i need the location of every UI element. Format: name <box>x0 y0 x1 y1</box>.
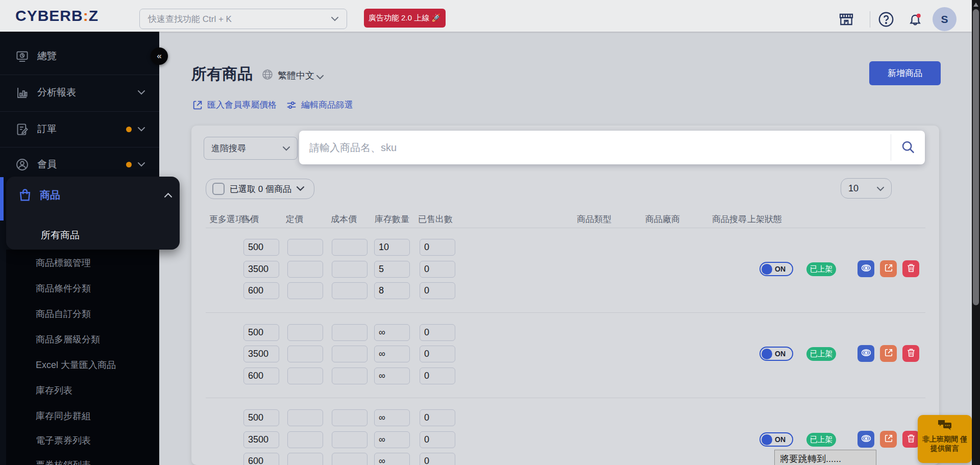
sell-price-input[interactable] <box>243 368 279 384</box>
language-selector[interactable]: 繁體中文 <box>278 69 314 82</box>
cost-price-input[interactable] <box>332 239 368 256</box>
stock-input[interactable] <box>374 239 410 256</box>
sell-price-input[interactable] <box>243 261 279 278</box>
open-product-button[interactable] <box>880 260 897 277</box>
sell-price-input[interactable] <box>243 409 279 426</box>
sidebar-item-all-products-active[interactable]: 所有商品 <box>41 229 80 242</box>
open-product-button[interactable] <box>880 431 897 448</box>
search-button[interactable] <box>891 131 925 164</box>
sidebar-item-members[interactable]: 會員 <box>0 151 159 178</box>
product-search-input[interactable] <box>299 131 891 164</box>
sell-price-input[interactable] <box>243 239 279 256</box>
sell-price-input[interactable] <box>243 282 279 299</box>
list-price-input[interactable] <box>287 409 323 426</box>
bulk-select-control[interactable]: 已選取 0 個商品 <box>206 179 314 199</box>
submenu-item[interactable]: 商品條件分類 <box>36 282 91 295</box>
submenu-item[interactable]: 商品標籤管理 <box>36 257 91 269</box>
sell-price-input[interactable] <box>243 324 279 341</box>
list-price-input[interactable] <box>287 239 323 256</box>
import-member-price-link[interactable]: 匯入會員專屬價格 <box>192 99 277 111</box>
submenu-item[interactable]: 庫存列表 <box>36 384 72 397</box>
product-search-toggle[interactable]: ON <box>760 262 793 276</box>
product-search-toggle[interactable]: ON <box>760 347 793 361</box>
sold-input[interactable] <box>420 409 455 426</box>
scrollbar-up-arrow[interactable] <box>973 3 978 7</box>
stock-input[interactable] <box>374 282 410 299</box>
sidebar-item-label: 商品 <box>40 188 60 202</box>
list-price-input[interactable] <box>287 261 323 278</box>
cost-price-input[interactable] <box>332 368 368 384</box>
cost-price-input[interactable] <box>332 261 368 278</box>
sold-input[interactable] <box>420 346 455 362</box>
delete-button[interactable] <box>902 431 919 448</box>
stock-input[interactable] <box>374 261 410 278</box>
stock-input[interactable] <box>374 324 410 341</box>
sidebar-collapse-button[interactable]: « <box>151 47 168 65</box>
preview-button[interactable] <box>857 260 874 277</box>
stock-input[interactable] <box>374 431 410 448</box>
sold-input[interactable] <box>420 261 455 278</box>
list-price-input[interactable] <box>287 431 323 448</box>
list-price-input[interactable] <box>287 368 323 384</box>
selected-count-label: 已選取 0 個商品 <box>230 183 291 195</box>
quick-search-combobox[interactable]: 快速查找功能 Ctrl + K <box>139 9 347 29</box>
cost-price-input[interactable] <box>332 346 368 362</box>
delete-button[interactable] <box>902 345 919 362</box>
sell-price-input[interactable] <box>243 453 279 465</box>
chevron-down-icon[interactable] <box>316 72 324 82</box>
delete-button[interactable] <box>902 260 919 277</box>
submenu-item[interactable]: 商品自訂分類 <box>36 308 91 320</box>
submenu-item[interactable]: 商品多層級分類 <box>36 333 100 346</box>
add-product-button[interactable]: 新增商品 <box>869 61 941 85</box>
open-product-button[interactable] <box>880 345 897 362</box>
cost-price-input[interactable] <box>332 324 368 341</box>
user-avatar[interactable]: S <box>933 7 957 31</box>
cost-price-input[interactable] <box>332 409 368 426</box>
cost-price-input[interactable] <box>332 431 368 448</box>
list-price-input[interactable] <box>287 453 323 465</box>
toggle-knob <box>762 349 772 359</box>
advanced-search-select[interactable]: 進階搜尋 <box>204 137 298 160</box>
list-price-input[interactable] <box>287 346 323 362</box>
submenu-item[interactable]: 票券核銷列表 <box>36 459 91 465</box>
sidebar-item-analytics[interactable]: 分析報表 <box>0 79 159 106</box>
sold-input[interactable] <box>420 368 455 384</box>
preview-button[interactable] <box>857 345 874 362</box>
sell-price-input[interactable] <box>243 431 279 448</box>
sidebar-item-orders[interactable]: 訂單 <box>0 116 159 142</box>
cost-price-input[interactable] <box>332 453 368 465</box>
stock-input[interactable] <box>374 346 410 362</box>
chat-support-widget[interactable]: 非上班期間 僅提供留言 <box>918 415 972 463</box>
storefront-icon[interactable] <box>837 11 855 28</box>
submenu-item[interactable]: Excel 大量匯入商品 <box>36 359 116 371</box>
sidebar-item-products[interactable]: 商品 <box>6 181 180 209</box>
stock-input[interactable] <box>374 453 410 465</box>
chevron-down-icon <box>331 14 338 24</box>
list-price-input[interactable] <box>287 282 323 299</box>
submenu-item[interactable]: 庫存同步群組 <box>36 410 91 422</box>
sell-price-input[interactable] <box>243 346 279 362</box>
list-price-input[interactable] <box>287 324 323 341</box>
preview-button[interactable] <box>857 431 874 448</box>
sold-input[interactable] <box>420 431 455 448</box>
notifications-bell-icon[interactable] <box>906 11 924 28</box>
stock-input[interactable] <box>374 368 410 384</box>
cost-price-input[interactable] <box>332 282 368 299</box>
sidebar-item-overview[interactable]: 總覽 <box>0 43 159 69</box>
globe-icon <box>261 68 274 81</box>
page-scrollbar[interactable] <box>972 0 980 465</box>
sold-input[interactable] <box>420 324 455 341</box>
external-link-icon <box>884 263 894 275</box>
product-search-toggle[interactable]: ON <box>760 432 793 447</box>
page-size-select[interactable]: 10 <box>841 178 892 199</box>
scrollbar-thumb[interactable] <box>973 9 979 305</box>
help-icon[interactable] <box>877 11 895 28</box>
submenu-item[interactable]: 電子票券列表 <box>36 434 91 447</box>
edit-product-filter-link[interactable]: 編輯商品篩選 <box>286 99 353 111</box>
select-all-checkbox[interactable] <box>212 183 225 195</box>
stock-input[interactable] <box>374 409 410 426</box>
sold-input[interactable] <box>420 282 455 299</box>
sold-input[interactable] <box>420 239 455 256</box>
sold-input[interactable] <box>420 453 455 465</box>
ads-promo-button[interactable]: 廣告功能 2.0 上線 🚀 <box>364 9 446 28</box>
